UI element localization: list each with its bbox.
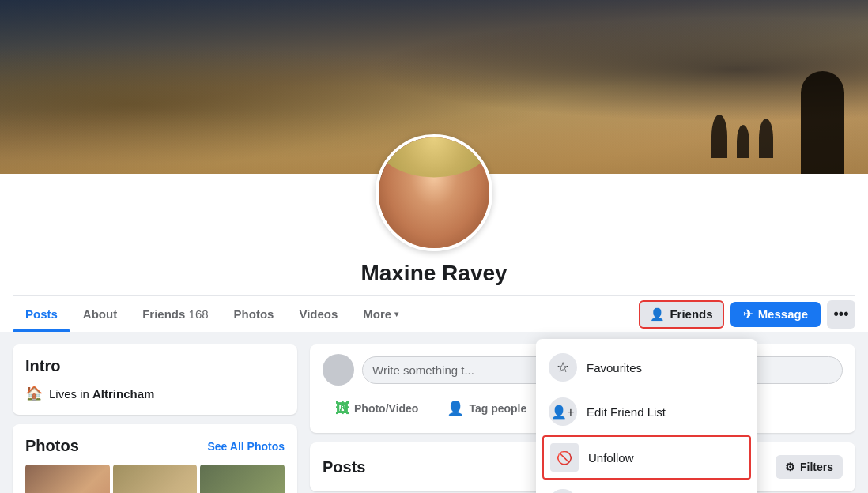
photos-title: Photos [25,437,79,455]
photo-thumbnail-3[interactable] [200,465,285,493]
profile-page: Maxine Ravey Posts About Friends 168 [0,0,868,493]
friends-count-badge: 168 [189,307,209,321]
profile-name: Maxine Ravey [0,261,868,286]
tag-people-button[interactable]: 👤 Tag people [434,393,539,423]
tab-friends[interactable]: Friends 168 [130,296,221,332]
composer-avatar [323,354,354,386]
tab-about[interactable]: About [70,296,130,332]
intro-location: 🏠 Lives in Altrincham [25,385,285,402]
profile-picture [376,134,492,251]
tag-people-icon: 👤 [447,400,464,417]
photos-grid [25,465,285,493]
dropdown-item-unfollow[interactable]: 🚫 Unfollow [542,435,751,480]
tab-posts[interactable]: Posts [13,296,70,332]
dropdown-item-favourites[interactable]: ☆ Favourites [536,345,757,390]
tab-videos[interactable]: Videos [286,296,350,332]
more-chevron-icon: ▾ [394,310,398,318]
photo-video-icon: 🖼 [335,401,349,417]
friends-dropdown: ☆ Favourites 👤+ Edit Friend List 🚫 Unfol… [536,339,757,493]
profile-section: Maxine Ravey Posts About Friends 168 [0,134,868,332]
tab-photos[interactable]: Photos [221,296,287,332]
intro-card: Intro 🏠 Lives in Altrincham [13,344,297,415]
dropdown-item-edit-friend-list[interactable]: 👤+ Edit Friend List [536,390,757,434]
photos-card: Photos See All Photos [13,424,297,493]
star-icon: ☆ [549,353,577,382]
photo-thumbnail-2[interactable] [113,465,198,493]
person-icon: 👤 [650,307,665,322]
location-name: Altrincham [92,387,154,401]
tab-more[interactable]: More ▾ [350,296,411,332]
posts-title: Posts [323,458,365,476]
profile-nav: Posts About Friends 168 Photos Videos [0,296,868,332]
photo-video-button[interactable]: 🖼 Photo/Video [323,393,431,423]
unfollow-icon: 🚫 [550,443,579,472]
friends-button[interactable]: 👤 Friends [639,300,723,329]
message-button[interactable]: ✈ Message [730,302,821,327]
see-all-photos-link[interactable]: See All Photos [207,440,285,453]
messenger-icon: ✈ [743,307,753,322]
filters-icon: ⚙ [785,461,795,473]
person-list-icon: 👤+ [549,397,577,426]
intro-title: Intro [25,357,285,375]
more-options-button[interactable]: ••• [827,300,855,329]
photo-thumbnail-1[interactable] [25,465,110,493]
filters-button[interactable]: ⚙ Filters [776,455,843,479]
home-icon: 🏠 [25,385,43,402]
remove-friend-icon: 👤✕ [549,489,577,493]
dropdown-item-unfriend[interactable]: 👤✕ Unfriend [536,481,757,493]
